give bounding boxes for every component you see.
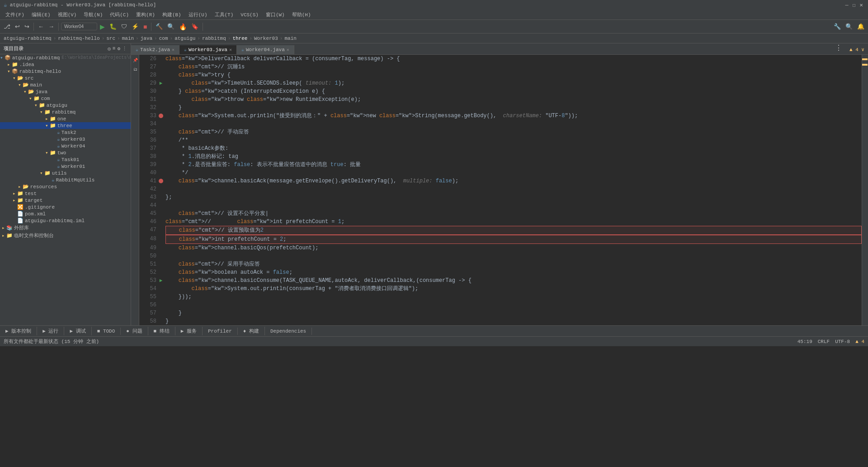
bottom-tab-profiler[interactable]: Profiler bbox=[203, 328, 238, 335]
line-gutter[interactable] bbox=[156, 293, 165, 301]
code-content[interactable] bbox=[165, 252, 862, 260]
search-icon-button[interactable]: 🔍 bbox=[844, 22, 854, 31]
line-gutter[interactable] bbox=[156, 309, 165, 317]
line-gutter[interactable] bbox=[156, 226, 165, 235]
bottom-tab-problems[interactable]: ● 问题 bbox=[121, 327, 148, 335]
tree-item-resources[interactable]: ▸ 📂 resources bbox=[0, 183, 131, 190]
tree-item-gitignore[interactable]: 🔀 .gitignore bbox=[0, 204, 131, 210]
line-gutter[interactable] bbox=[156, 193, 165, 201]
tree-locate-icon[interactable]: ◎ bbox=[108, 46, 111, 52]
code-content[interactable]: * 1.消息的标记: tag bbox=[165, 152, 862, 161]
code-content[interactable]: * basicAck参数: bbox=[165, 144, 862, 152]
menu-tools[interactable]: 工具(T) bbox=[211, 10, 237, 19]
code-content[interactable] bbox=[165, 301, 862, 309]
code-content[interactable]: class="cmt">// 沉睡1s bbox=[165, 63, 862, 71]
line-gutter[interactable] bbox=[156, 136, 165, 144]
line-gutter[interactable]: ▶ bbox=[156, 276, 165, 285]
tree-item-worker03[interactable]: ☕ Worker03 bbox=[0, 136, 131, 143]
breadcrumb-item-10[interactable]: main bbox=[284, 36, 296, 41]
tree-settings-icon[interactable]: ⚙ bbox=[117, 46, 120, 52]
menu-file[interactable]: 文件(F) bbox=[2, 10, 28, 19]
tree-item-external-libs[interactable]: ▸ 📚 外部库 bbox=[0, 224, 131, 232]
bottom-tab-dependencies[interactable]: Dependencies bbox=[265, 328, 312, 335]
tab-close-icon[interactable]: ✕ bbox=[287, 47, 289, 52]
code-content[interactable]: class="kw">channel.basicConsume(TASK_QUE… bbox=[165, 276, 862, 285]
tree-item-iml[interactable]: 📄 atguigu-rabbitmq.iml bbox=[0, 217, 131, 224]
bottom-tab-terminal[interactable]: ■ 终结 bbox=[148, 327, 175, 335]
tree-sort-icon[interactable]: ≡ bbox=[113, 46, 116, 52]
tree-item-rabbitmqutils[interactable]: ☕ RabbitMqUtils bbox=[0, 176, 131, 183]
line-gutter[interactable] bbox=[156, 128, 165, 136]
menu-window[interactable]: 窗口(W) bbox=[262, 10, 288, 19]
code-content[interactable] bbox=[165, 201, 862, 210]
tree-item-rabbitmq-hello[interactable]: ▾ 📦 rabbitmq-hello bbox=[0, 68, 131, 75]
breadcrumb-item-2[interactable]: src bbox=[106, 36, 115, 41]
line-gutter[interactable] bbox=[156, 218, 165, 226]
code-editor[interactable]: 26class="kw">DeliverCallback deliverCall… bbox=[139, 55, 862, 325]
tab-worker03[interactable]: ☕ Worker03.java ✕ bbox=[179, 45, 237, 54]
menu-code[interactable]: 代码(C) bbox=[106, 10, 132, 19]
tree-item-two[interactable]: ▾ 📁 two bbox=[0, 149, 131, 156]
profile-button[interactable]: ⚡ bbox=[130, 22, 141, 31]
line-gutter[interactable] bbox=[156, 260, 165, 268]
bottom-tab-todo[interactable]: ■ TODO bbox=[92, 328, 121, 335]
menu-vcs[interactable]: VCS(S) bbox=[237, 11, 262, 19]
code-content[interactable]: class="cmt">// 设置不公平分发| bbox=[165, 210, 862, 218]
breadcrumb-item-0[interactable]: atguigu-rabbitmq bbox=[4, 36, 52, 41]
line-gutter[interactable] bbox=[156, 317, 165, 325]
run-gutter-icon[interactable]: ▶ bbox=[160, 81, 163, 86]
menu-view[interactable]: 视图(V) bbox=[54, 10, 80, 19]
line-gutter[interactable] bbox=[156, 210, 165, 218]
line-ending[interactable]: CRLF bbox=[818, 339, 830, 344]
tab-task2[interactable]: ☕ Task2.java ✕ bbox=[131, 45, 179, 54]
code-content[interactable]: })); bbox=[165, 293, 862, 301]
line-gutter[interactable] bbox=[156, 235, 165, 244]
git-button[interactable]: ⎇ bbox=[2, 22, 12, 31]
code-content[interactable]: class="kw">int prefetchCount = 2; bbox=[165, 235, 862, 244]
code-content[interactable]: class="cmt">// 采用手动应答 bbox=[165, 260, 862, 268]
search-everywhere[interactable]: 🔍 bbox=[165, 22, 176, 31]
code-content[interactable] bbox=[165, 185, 862, 193]
line-gutter[interactable] bbox=[156, 112, 165, 120]
code-content[interactable] bbox=[165, 120, 862, 128]
code-content[interactable]: class="cmt">// 设置预取值为2 bbox=[165, 226, 862, 235]
line-gutter[interactable] bbox=[156, 55, 165, 63]
line-gutter[interactable] bbox=[156, 120, 165, 128]
tree-item-root[interactable]: ▾ 📦 atguigu-rabbitmq E:\WorkData\IdeaPro… bbox=[0, 54, 131, 61]
breadcrumb-item-6[interactable]: atguigu bbox=[175, 36, 195, 41]
tab-close-icon[interactable]: ✕ bbox=[172, 47, 175, 52]
bottom-tab-build[interactable]: ♦ 构建 bbox=[238, 327, 265, 335]
code-content[interactable]: class="kw">boolean autoAck = false; bbox=[165, 268, 862, 276]
code-content[interactable]: class="kw">TimeUnit.SECONDS.sleep( timeo… bbox=[165, 79, 862, 87]
menu-nav[interactable]: 导航(N) bbox=[80, 10, 106, 19]
code-content[interactable]: } class="kw">catch (InterruptedException… bbox=[165, 87, 862, 95]
code-content[interactable]: class="kw">System.out.println("接受到的消息：" … bbox=[165, 112, 862, 120]
line-gutter[interactable] bbox=[156, 63, 165, 71]
line-gutter[interactable] bbox=[156, 201, 165, 210]
line-gutter[interactable] bbox=[156, 177, 165, 185]
coverage-button[interactable]: 🛡 bbox=[119, 22, 129, 31]
run-button[interactable]: ▶ bbox=[98, 22, 107, 31]
tree-item-task01[interactable]: ☕ Task01 bbox=[0, 156, 131, 163]
line-gutter[interactable] bbox=[156, 95, 165, 104]
tab-worker04[interactable]: ☕ Worker04.java ✕ bbox=[237, 45, 294, 54]
bottom-tab-run[interactable]: ▶ 运行 bbox=[37, 327, 64, 335]
tree-more-icon[interactable]: ⋮ bbox=[122, 46, 127, 52]
bottom-tab-debug[interactable]: ▶ 调试 bbox=[64, 327, 91, 335]
tree-item-com[interactable]: ▾ 📁 com bbox=[0, 95, 131, 102]
settings-button[interactable]: 🔧 bbox=[832, 22, 843, 31]
menu-build[interactable]: 构建(B) bbox=[159, 10, 185, 19]
menu-refactor[interactable]: 重构(R) bbox=[132, 10, 159, 19]
code-content[interactable]: } bbox=[165, 317, 862, 325]
minimize-button[interactable]: ─ bbox=[844, 2, 850, 8]
code-content[interactable]: class="kw">DeliverCallback deliverCallba… bbox=[165, 55, 862, 63]
tree-item-idea[interactable]: ▸ 📁 .idea bbox=[0, 61, 131, 68]
code-content[interactable]: }; bbox=[165, 193, 862, 201]
code-content[interactable]: class="cmt">// 手动应答 bbox=[165, 128, 862, 136]
tree-item-rabbitmq[interactable]: ▾ 📁 rabbitmq bbox=[0, 109, 131, 115]
menu-help[interactable]: 帮助(H) bbox=[288, 10, 315, 19]
line-gutter[interactable] bbox=[156, 285, 165, 293]
breadcrumb-item-3[interactable]: main bbox=[122, 36, 134, 41]
close-button[interactable]: ✕ bbox=[858, 2, 864, 8]
tree-item-worker01[interactable]: ☕ Worker01 bbox=[0, 163, 131, 170]
